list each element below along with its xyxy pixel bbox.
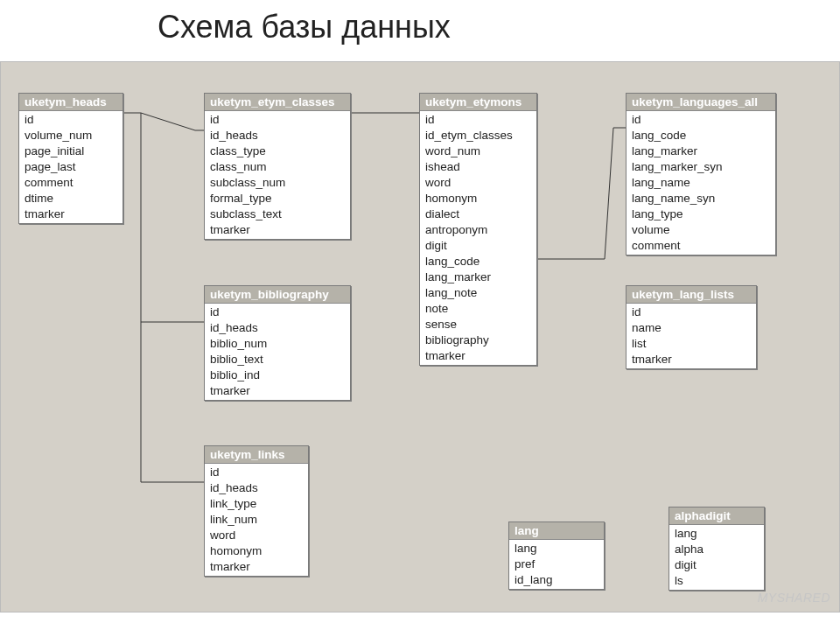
- field: id_lang: [509, 572, 604, 588]
- page-title: Схема базы данных: [158, 9, 451, 46]
- field: sense: [420, 317, 536, 332]
- field: id: [19, 112, 122, 128]
- table-header: uketym_etym_classes: [205, 94, 350, 111]
- field: biblio_text: [205, 352, 350, 368]
- table-header: uketym_languages_all: [626, 94, 775, 111]
- field: comment: [626, 238, 775, 254]
- field: biblio_num: [205, 336, 350, 352]
- field: digit: [669, 557, 764, 573]
- table-fields: id volume_num page_initial page_last com…: [19, 111, 122, 223]
- field: id: [626, 112, 775, 128]
- field: name: [626, 320, 756, 336]
- field: lang_code: [626, 128, 775, 144]
- field: homonym: [205, 543, 308, 559]
- field: tmarker: [626, 352, 756, 368]
- field: note: [420, 301, 536, 317]
- table-header: uketym_bibliography: [205, 286, 350, 304]
- field: ishead: [420, 159, 536, 175]
- table-header: alphadigit: [669, 508, 764, 525]
- table-fields: id id_heads link_type link_num word homo…: [205, 464, 308, 576]
- field: subclass_num: [205, 175, 350, 191]
- field: lang_name_syn: [626, 191, 775, 206]
- field: lang_name: [626, 175, 775, 191]
- field: tmarker: [205, 383, 350, 399]
- field: lang: [669, 526, 764, 542]
- field: tmarker: [205, 559, 308, 575]
- field: word: [420, 175, 536, 191]
- field: page_last: [19, 159, 122, 175]
- field: ls: [669, 573, 764, 589]
- field: tmarker: [205, 222, 350, 238]
- field: comment: [19, 175, 122, 191]
- table-fields: id id_etym_classes word_num ishead word …: [420, 111, 536, 365]
- table-header: uketym_links: [205, 446, 308, 464]
- field: class_type: [205, 144, 350, 159]
- field: lang_type: [626, 206, 775, 222]
- field: id_heads: [205, 128, 350, 144]
- table-header: uketym_lang_lists: [626, 286, 756, 304]
- field: id_etym_classes: [420, 128, 536, 144]
- table-header: lang: [509, 522, 604, 540]
- field: biblio_ind: [205, 368, 350, 383]
- field: lang_note: [420, 285, 536, 301]
- field: dialect: [420, 206, 536, 222]
- field: lang_marker: [626, 144, 775, 159]
- table-fields: id id_heads biblio_num biblio_text bibli…: [205, 304, 350, 400]
- table-fields: lang alpha digit ls: [669, 525, 764, 590]
- table-uketym-links[interactable]: uketym_links id id_heads link_type link_…: [204, 445, 309, 577]
- field: page_initial: [19, 144, 122, 159]
- field: list: [626, 336, 756, 352]
- field: antroponym: [420, 222, 536, 238]
- table-lang[interactable]: lang lang pref id_lang: [508, 522, 605, 590]
- field: formal_type: [205, 191, 350, 206]
- field: alpha: [669, 542, 764, 557]
- field: volume: [626, 222, 775, 238]
- table-header: uketym_heads: [19, 94, 122, 111]
- table-fields: id name list tmarker: [626, 304, 756, 368]
- field: lang_code: [420, 254, 536, 270]
- watermark: MYSHARED: [758, 591, 830, 605]
- table-fields: lang pref id_lang: [509, 540, 604, 589]
- field: tmarker: [420, 348, 536, 364]
- field: id: [420, 112, 536, 128]
- table-uketym-lang-lists[interactable]: uketym_lang_lists id name list tmarker: [626, 285, 757, 369]
- field: link_type: [205, 496, 308, 512]
- table-uketym-etymons[interactable]: uketym_etymons id id_etym_classes word_n…: [419, 93, 537, 366]
- field: id: [205, 112, 350, 128]
- field: word: [205, 528, 308, 543]
- table-fields: id lang_code lang_marker lang_marker_syn…: [626, 111, 775, 255]
- field: volume_num: [19, 128, 122, 144]
- field: lang: [509, 541, 604, 556]
- table-header: uketym_etymons: [420, 94, 536, 111]
- field: id: [626, 304, 756, 320]
- field: tmarker: [19, 206, 122, 222]
- table-fields: id id_heads class_type class_num subclas…: [205, 111, 350, 239]
- table-uketym-bibliography[interactable]: uketym_bibliography id id_heads biblio_n…: [204, 285, 351, 401]
- table-uketym-etym-classes[interactable]: uketym_etym_classes id id_heads class_ty…: [204, 93, 351, 240]
- field: id_heads: [205, 480, 308, 496]
- field: id: [205, 465, 308, 480]
- field: word_num: [420, 144, 536, 159]
- field: id: [205, 304, 350, 320]
- field: pref: [509, 556, 604, 572]
- field: lang_marker_syn: [626, 159, 775, 175]
- table-alphadigit[interactable]: alphadigit lang alpha digit ls: [668, 507, 765, 591]
- schema-canvas: uketym_heads id volume_num page_initial …: [0, 61, 840, 612]
- field: id_heads: [205, 320, 350, 336]
- field: link_num: [205, 512, 308, 528]
- field: bibliography: [420, 332, 536, 348]
- field: digit: [420, 238, 536, 254]
- field: lang_marker: [420, 270, 536, 285]
- table-uketym-languages-all[interactable]: uketym_languages_all id lang_code lang_m…: [626, 93, 776, 256]
- field: subclass_text: [205, 206, 350, 222]
- field: dtime: [19, 191, 122, 206]
- field: class_num: [205, 159, 350, 175]
- table-uketym-heads[interactable]: uketym_heads id volume_num page_initial …: [18, 93, 123, 224]
- field: homonym: [420, 191, 536, 206]
